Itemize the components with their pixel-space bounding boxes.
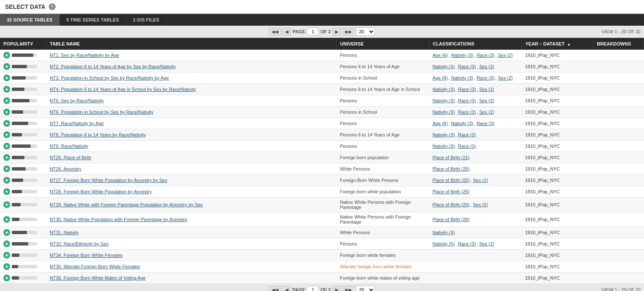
classification-link-6-0[interactable]: Age (6) bbox=[433, 121, 448, 126]
next-page-btn-bottom[interactable]: ▶ bbox=[333, 286, 341, 291]
add-btn-19[interactable]: + bbox=[3, 275, 10, 281]
first-page-btn-bottom[interactable]: ◀◀ bbox=[269, 286, 281, 291]
table-name-link-5[interactable]: NT6. Population in School by Sex by Race… bbox=[50, 109, 153, 115]
add-btn-17[interactable]: + bbox=[3, 252, 10, 259]
classification-link-3-0[interactable]: Nativity (3) bbox=[433, 87, 455, 92]
help-icon[interactable]: ? bbox=[49, 3, 56, 10]
classification-link-3-1[interactable]: Race (3) bbox=[458, 87, 476, 92]
classification-link-16-2[interactable]: Sex (2) bbox=[479, 241, 494, 246]
year-dataset-link-1[interactable]: 1910_tPop_NYC bbox=[525, 64, 560, 69]
table-name-link-10[interactable]: NT26. Ancestry bbox=[50, 166, 81, 171]
classification-link-7-1[interactable]: Race (3) bbox=[458, 132, 476, 137]
add-btn-16[interactable]: + bbox=[3, 240, 10, 247]
classification-link-2-3[interactable]: Sex (2) bbox=[498, 75, 513, 80]
add-btn-12[interactable]: + bbox=[3, 188, 10, 195]
year-dataset-link-13[interactable]: 1910_tPop_NYC bbox=[525, 202, 560, 207]
table-name-link-6[interactable]: NT7. Race/Nativity by Age bbox=[50, 121, 104, 126]
add-btn-4[interactable]: + bbox=[3, 97, 10, 104]
classification-link-4-2[interactable]: Sex (2) bbox=[479, 98, 494, 103]
table-name-link-2[interactable]: NT3. Population in School by Sex by Race… bbox=[50, 75, 169, 80]
prev-page-btn[interactable]: ◀ bbox=[282, 28, 291, 36]
year-dataset-link-18[interactable]: 1910_tPop_NYC bbox=[525, 264, 560, 269]
table-name-link-17[interactable]: NT34. Foreign Born White Females bbox=[50, 253, 122, 258]
table-name-link-7[interactable]: NT8. Population 6 to 14 Years by Race/Na… bbox=[50, 132, 146, 137]
prev-page-btn-bottom[interactable]: ◀ bbox=[282, 286, 291, 291]
year-dataset-link-15[interactable]: 1910_tPop_NYC bbox=[525, 230, 560, 235]
classification-link-1-2[interactable]: Sex (2) bbox=[479, 64, 494, 69]
classification-link-5-2[interactable]: Sex (2) bbox=[479, 109, 494, 115]
classification-link-6-1[interactable]: Nativity (3) bbox=[451, 121, 474, 126]
classification-link-7-0[interactable]: Nativity (3) bbox=[433, 132, 455, 137]
add-btn-3[interactable]: + bbox=[3, 86, 10, 93]
classification-link-5-0[interactable]: Nativity (3) bbox=[433, 109, 455, 115]
year-dataset-link-8[interactable]: 1910_tPop_NYC bbox=[525, 144, 560, 149]
last-page-btn-bottom[interactable]: ▶▶ bbox=[343, 286, 354, 291]
table-name-link-15[interactable]: NT31. Nativity bbox=[50, 230, 79, 235]
year-dataset-link-0[interactable]: 1910_tPop_NYC bbox=[525, 53, 560, 58]
table-name-link-0[interactable]: NT1. Sex by Race/Nativity by Age bbox=[50, 53, 119, 58]
table-name-link-12[interactable]: NT28. Foreign Born White Population by A… bbox=[50, 189, 152, 194]
add-btn-14[interactable]: + bbox=[3, 216, 10, 223]
year-dataset-link-11[interactable]: 1910_tPop_NYC bbox=[525, 178, 560, 183]
add-btn-11[interactable]: + bbox=[3, 177, 10, 184]
table-name-link-9[interactable]: NT25. Place of Birth bbox=[50, 155, 91, 160]
table-name-link-4[interactable]: NT5. Sex by Race/Nativity bbox=[50, 98, 104, 103]
table-name-link-8[interactable]: NT9. Race/Nativity bbox=[50, 144, 88, 149]
classification-link-8-1[interactable]: Race (3) bbox=[458, 144, 476, 149]
table-name-link-13[interactable]: NT29. Native White with Foreign Parentag… bbox=[50, 202, 203, 207]
table-name-link-18[interactable]: NT35. Illiterate Foreign Born White Fema… bbox=[50, 264, 140, 269]
classification-link-1-1[interactable]: Race (3) bbox=[458, 64, 476, 69]
year-dataset-link-14[interactable]: 1910_tPop_NYC bbox=[525, 217, 560, 222]
add-btn-7[interactable]: + bbox=[3, 131, 10, 138]
classification-link-14-0[interactable]: Place of Birth (25) bbox=[433, 217, 470, 222]
add-btn-10[interactable]: + bbox=[3, 166, 10, 172]
add-btn-1[interactable]: + bbox=[3, 63, 10, 70]
col-year-dataset[interactable]: YEAR – DATASET ▲ bbox=[522, 38, 593, 50]
add-btn-6[interactable]: + bbox=[3, 120, 10, 127]
add-btn-13[interactable]: + bbox=[3, 201, 10, 208]
classification-link-11-1[interactable]: Sex (2) bbox=[473, 178, 488, 183]
first-page-btn[interactable]: ◀◀ bbox=[269, 28, 281, 36]
add-btn-0[interactable]: + bbox=[3, 52, 10, 59]
year-dataset-link-12[interactable]: 1910_tPop_NYC bbox=[525, 189, 560, 194]
year-dataset-link-16[interactable]: 1910_tPop_NYC bbox=[525, 241, 560, 246]
table-name-link-1[interactable]: NT2. Population 6 to 14 Years of Age by … bbox=[50, 64, 176, 69]
tab-source[interactable]: 32 SOURCE TABLES bbox=[0, 14, 60, 26]
classification-link-1-0[interactable]: Nativity (3) bbox=[433, 64, 455, 69]
year-dataset-link-5[interactable]: 1910_tPop_NYC bbox=[525, 109, 560, 115]
year-dataset-link-4[interactable]: 1910_tPop_NYC bbox=[525, 98, 560, 103]
add-btn-15[interactable]: + bbox=[3, 229, 10, 236]
tab-gis[interactable]: 2 GIS FILES bbox=[126, 14, 166, 26]
add-btn-9[interactable]: + bbox=[3, 154, 10, 161]
add-btn-2[interactable]: + bbox=[3, 75, 10, 81]
table-name-link-19[interactable]: NT36. Foreign Born White Males of Voting… bbox=[50, 275, 146, 280]
classification-link-4-0[interactable]: Nativity (3) bbox=[433, 98, 455, 103]
classification-link-16-0[interactable]: Nativity (5) bbox=[433, 241, 455, 246]
classification-link-11-0[interactable]: Place of Birth (25) bbox=[433, 178, 470, 183]
table-name-link-14[interactable]: NT30. Native White Population with Forei… bbox=[50, 217, 187, 222]
classification-link-0-0[interactable]: Age (6) bbox=[433, 53, 448, 58]
classification-link-4-1[interactable]: Race (3) bbox=[458, 98, 476, 103]
next-page-btn[interactable]: ▶ bbox=[333, 28, 341, 36]
page-input-bottom[interactable] bbox=[307, 286, 319, 291]
classification-link-13-0[interactable]: Place of Birth (25) bbox=[433, 202, 470, 207]
per-page-select[interactable]: 20 50 100 bbox=[356, 27, 375, 36]
classification-link-12-0[interactable]: Place of Birth (25) bbox=[433, 189, 470, 194]
classification-link-2-0[interactable]: Age (6) bbox=[433, 75, 448, 80]
classification-link-6-2[interactable]: Race (3) bbox=[476, 121, 494, 126]
classification-link-2-2[interactable]: Race (3) bbox=[476, 75, 494, 80]
tab-time-series[interactable]: 0 TIME SERIES TABLES bbox=[60, 14, 126, 26]
classification-link-10-0[interactable]: Place of Birth (25) bbox=[433, 166, 470, 171]
page-input[interactable] bbox=[307, 28, 319, 35]
classification-link-0-2[interactable]: Race (3) bbox=[476, 53, 494, 58]
classification-link-5-1[interactable]: Race (3) bbox=[458, 109, 476, 115]
year-dataset-link-10[interactable]: 1910_tPop_NYC bbox=[525, 166, 560, 171]
year-dataset-link-17[interactable]: 1910_tPop_NYC bbox=[525, 253, 560, 258]
per-page-select-bottom[interactable]: 20 50 100 bbox=[356, 286, 375, 291]
classification-link-16-1[interactable]: Race (3) bbox=[458, 241, 476, 246]
table-name-link-16[interactable]: NT32. Race/Ethnicity by Sex bbox=[50, 241, 109, 246]
classification-link-15-0[interactable]: Nativity (3) bbox=[433, 230, 455, 235]
year-dataset-link-7[interactable]: 1910_tPop_NYC bbox=[525, 132, 560, 137]
year-dataset-link-9[interactable]: 1910_tPop_NYC bbox=[525, 155, 560, 160]
classification-link-3-2[interactable]: Sex (2) bbox=[479, 87, 494, 92]
